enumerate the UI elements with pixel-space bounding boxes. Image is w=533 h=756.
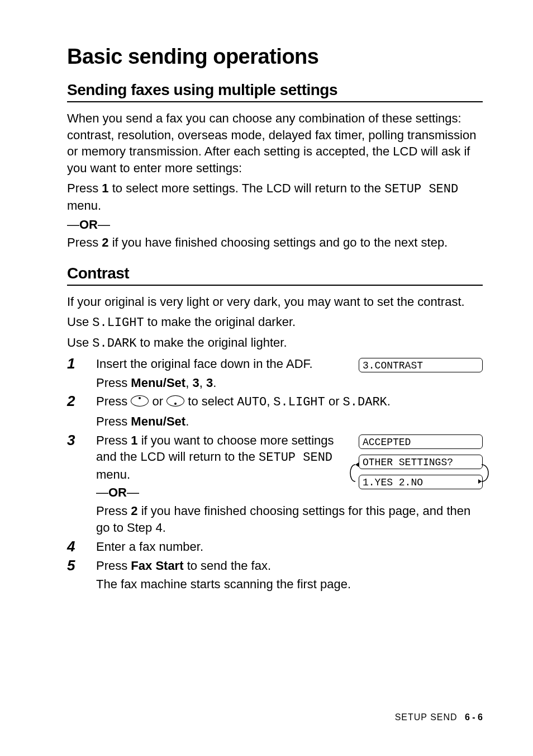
step-text: The fax machine starts scanning the firs… [96, 577, 351, 591]
or-label: OR [108, 485, 127, 499]
footer-chapter: SETUP SEND [395, 712, 458, 722]
code-text: S.LIGHT [92, 316, 144, 330]
text: to send the fax. [184, 559, 272, 573]
list-item: 1 Insert the original face down in the A… [67, 356, 483, 391]
key-label: 2 [131, 504, 137, 518]
text: Use [67, 336, 92, 349]
text: Press [67, 235, 102, 249]
lcd-display: ACCEPTED [359, 434, 483, 449]
text: menu. [96, 467, 130, 481]
code-text: SETUP SEND [259, 451, 332, 465]
paragraph: Press 1 to select more settings. The LCD… [67, 180, 483, 214]
code-text: S.DARK [343, 395, 387, 409]
footer-page-number: 6 - 6 [465, 712, 483, 722]
step-text: Enter a fax number. [96, 538, 483, 555]
key-label: Fax Start [131, 559, 183, 573]
ordered-list: 1 Insert the original face down in the A… [67, 356, 483, 593]
list-item: 3 Press 1 if you want to choose more set… [67, 432, 483, 536]
page: Basic sending operations Sending faxes u… [0, 0, 533, 756]
nav-up-icon [131, 395, 149, 407]
text: , [266, 394, 273, 408]
key-label: 3 [206, 376, 213, 390]
or-label: OR [79, 218, 98, 231]
paragraph: When you send a fax you can choose any c… [67, 110, 483, 177]
heading-rule [67, 101, 483, 102]
text: Press [67, 181, 102, 195]
text: if you have finished choosing settings f… [96, 504, 470, 535]
text: , [185, 376, 192, 390]
key-label: 3 [192, 376, 199, 390]
code-text: S.DARK [92, 337, 136, 351]
text: to select [184, 394, 237, 408]
text: . [213, 376, 216, 390]
key-label: 2 [102, 235, 108, 249]
text: if you have finished choosing settings a… [109, 235, 448, 249]
paragraph: If your original is very light or very d… [67, 294, 483, 310]
text: Press [96, 376, 131, 390]
text: or [149, 394, 166, 408]
code-text: SETUP SEND [384, 182, 458, 196]
text: Press [96, 559, 131, 573]
page-footer: SETUP SEND 6 - 6 [395, 712, 483, 722]
paragraph: Press 2 if you have finished choosing se… [67, 234, 483, 251]
text: Press [96, 394, 131, 408]
section-heading-multiple-settings: Sending faxes using multiple settings [67, 81, 483, 99]
lcd-display: 1.YES 2.NO [359, 475, 483, 489]
code-text: AUTO [237, 395, 266, 409]
list-item: 2 Press or to select AUTO, S.LIGHT or S.… [67, 393, 483, 429]
key-label: 1 [102, 181, 108, 195]
list-item: 4 Enter a fax number. [67, 538, 483, 555]
paragraph: Use S.LIGHT to make the original darker. [67, 314, 483, 332]
key-label: Menu/Set [131, 376, 185, 390]
text: to select more settings. The LCD will re… [109, 181, 385, 195]
step-number: 5 [67, 557, 96, 574]
text: Use [67, 315, 92, 329]
or-separator: —OR— [96, 484, 346, 501]
text: to make the original lighter. [136, 336, 287, 349]
key-label: Menu/Set [131, 414, 185, 428]
nav-down-icon [166, 395, 184, 407]
list-item: 5 Press Fax Start to send the fax. The f… [67, 557, 483, 593]
lcd-display: OTHER SETTINGS? [359, 455, 483, 469]
text: Press [96, 433, 131, 447]
text: . [185, 414, 189, 428]
step-text: Insert the original face down in the ADF… [96, 357, 313, 371]
step-number: 4 [67, 538, 96, 555]
text: menu. [67, 199, 101, 212]
text: Press [96, 414, 131, 428]
or-separator: —OR— [67, 218, 483, 232]
page-title: Basic sending operations [67, 45, 483, 69]
text: to make the original darker. [144, 315, 296, 329]
text: or [325, 394, 343, 408]
paragraph: Use S.DARK to make the original lighter. [67, 334, 483, 352]
text: . [387, 394, 391, 408]
text: , [199, 376, 206, 390]
step-number: 2 [67, 393, 96, 410]
text: Press [96, 504, 131, 518]
step-number: 3 [67, 432, 96, 449]
lcd-display: 3.CONTRAST [359, 358, 483, 372]
key-label: 1 [131, 433, 137, 447]
section-heading-contrast: Contrast [67, 264, 483, 282]
code-text: S.LIGHT [273, 395, 325, 409]
step-number: 1 [67, 356, 96, 372]
step-text: Press 2 if you have finished choosing se… [96, 503, 483, 536]
heading-rule [67, 285, 483, 286]
